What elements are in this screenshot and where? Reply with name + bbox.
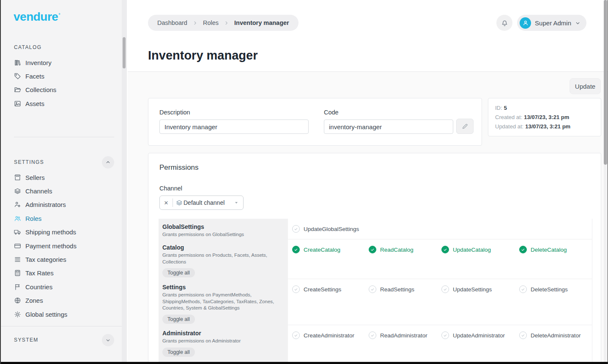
user-menu-button[interactable]: Super Admin	[517, 15, 586, 31]
sidebar-item-roles[interactable]: Roles	[1, 212, 122, 225]
sidebar-item-inventory[interactable]: Inventory	[1, 56, 122, 69]
store-icon	[14, 174, 21, 181]
group-description: Grants permissions on GlobalSettings	[162, 231, 277, 238]
remove-channel-button[interactable]: ✕	[160, 200, 173, 206]
permissions-table: GlobalSettings Grants permissions on Glo…	[159, 219, 592, 364]
sidebar-section-catalog: CATALOG	[14, 44, 41, 50]
permission-updateglobalsettings[interactable]: UpdateGlobalSettings	[292, 225, 369, 233]
check-circle-icon	[441, 331, 449, 339]
sidebar-scrollbar-thumb[interactable]	[123, 37, 126, 68]
sidebar-item-label: Tax categories	[25, 256, 66, 263]
sidebar-item-administrators[interactable]: Administrators	[1, 198, 122, 212]
list-icon	[14, 256, 21, 263]
toggle-all-button[interactable]: Toggle all	[162, 348, 195, 357]
permission-createadministrator[interactable]: CreateAdministrator	[292, 331, 369, 340]
catalog-nav-list: Inventory Facets Collections Assets	[1, 56, 122, 111]
sidebar-item-label: Channels	[25, 187, 52, 195]
group-description: Grants permissions on PaymentMethods, Sh…	[162, 292, 277, 312]
permission-createcatalog[interactable]: CreateCatalog	[292, 245, 369, 254]
sidebar-divider	[1, 326, 127, 326]
calculator-icon	[14, 269, 21, 277]
page-scrollbar-thumb[interactable]	[604, 0, 607, 165]
page-scrollbar[interactable]	[604, 0, 607, 362]
sidebar-item-label: Tax Rates	[25, 269, 54, 277]
sidebar-item-label: Inventory	[25, 59, 52, 66]
toggle-all-button[interactable]: Toggle all	[162, 315, 195, 324]
sidebar-item-collections[interactable]: Collections	[1, 83, 122, 97]
sidebar-item-global-settings[interactable]: Global settings	[1, 307, 122, 321]
permission-updatecatalog[interactable]: UpdateCatalog	[441, 245, 519, 254]
entity-created-at: Created at:13/07/23, 3:21 pm	[495, 113, 594, 122]
description-field-group: Description	[159, 109, 309, 135]
edit-code-button[interactable]	[456, 119, 474, 134]
group-name: Settings	[162, 284, 284, 291]
system-expand-button[interactable]	[102, 334, 114, 346]
permission-deleteadministrator[interactable]: DeleteAdministrator	[519, 331, 592, 340]
permission-readcatalog[interactable]: ReadCatalog	[369, 245, 441, 254]
sidebar-item-tax-categories[interactable]: Tax categories	[1, 253, 122, 266]
sidebar: vendure° CATALOG Inventory Facets Collec…	[1, 0, 127, 362]
sidebar-item-sellers[interactable]: Sellers	[1, 171, 122, 184]
sidebar-item-countries[interactable]: Countries	[1, 280, 122, 293]
code-input[interactable]	[324, 120, 453, 134]
vendure-logo[interactable]: vendure°	[14, 10, 60, 24]
role-details-card: Description Code	[148, 98, 482, 146]
permission-group-settings: Settings Grants permissions on PaymentMe…	[159, 279, 592, 325]
tag-icon	[14, 73, 21, 80]
permission-deletesettings[interactable]: DeleteSettings	[519, 285, 592, 293]
sidebar-item-label: Zones	[25, 297, 43, 304]
channel-value: Default channel	[183, 199, 225, 206]
sidebar-item-channels[interactable]: Channels	[1, 184, 122, 198]
check-circle-icon	[441, 285, 449, 293]
group-name: Administrator	[162, 330, 284, 337]
top-bar: Dashboard Roles Inventory manager Super …	[128, 0, 608, 72]
permission-deletecatalog[interactable]: DeleteCatalog	[519, 245, 592, 254]
check-circle-icon	[369, 285, 376, 293]
page-title: Inventory manager	[148, 49, 257, 62]
permission-readsettings[interactable]: ReadSettings	[369, 285, 441, 293]
update-button[interactable]: Update	[570, 78, 601, 94]
notifications-button[interactable]	[496, 15, 512, 31]
entity-updated-at: Updated at:13/07/23, 3:21 pm	[495, 122, 594, 131]
permission-group-administrator: Administrator Grants permissions on Admi…	[159, 325, 592, 364]
settings-collapse-button[interactable]	[102, 156, 114, 168]
check-circle-icon	[369, 246, 376, 253]
channel-select[interactable]: ✕ Default channel	[159, 196, 244, 210]
permissions-card: Permissions Channel ✕ Default channel Gl…	[148, 153, 601, 364]
sidebar-item-label: Roles	[25, 215, 41, 222]
group-description: Grants permissions on Products, Facets, …	[162, 252, 277, 265]
sidebar-item-label: Sellers	[25, 174, 45, 181]
sidebar-item-label: Shipping methods	[25, 228, 76, 236]
code-label: Code	[324, 109, 474, 116]
image-icon	[14, 100, 21, 107]
user-gear-icon	[14, 201, 21, 208]
topbar-actions: Super Admin	[496, 15, 586, 31]
toggle-all-button[interactable]: Toggle all	[162, 268, 195, 277]
breadcrumb-dashboard[interactable]: Dashboard	[157, 19, 187, 26]
sidebar-item-tax-rates[interactable]: Tax Rates	[1, 266, 122, 280]
breadcrumb-current: Inventory manager	[234, 19, 289, 26]
permission-updatesettings[interactable]: UpdateSettings	[441, 285, 519, 293]
channel-label: Channel	[159, 185, 182, 192]
breadcrumb-roles[interactable]: Roles	[203, 19, 219, 26]
sidebar-scrollbar[interactable]	[122, 0, 127, 362]
code-field-group: Code	[324, 109, 474, 135]
check-circle-icon	[519, 331, 527, 339]
sidebar-item-label: Collections	[25, 86, 56, 93]
description-input[interactable]	[159, 120, 309, 134]
permission-group-catalog: Catalog Grants permissions on Products, …	[159, 239, 592, 279]
sidebar-item-payment-methods[interactable]: Payment methods	[1, 239, 122, 253]
sidebar-item-label: Assets	[25, 100, 44, 107]
permission-createsettings[interactable]: CreateSettings	[292, 285, 369, 293]
caret-down-icon[interactable]	[234, 200, 239, 205]
permission-readadministrator[interactable]: ReadAdministrator	[369, 331, 441, 340]
permissions-heading: Permissions	[159, 163, 199, 172]
sidebar-item-facets[interactable]: Facets	[1, 69, 122, 83]
sidebar-item-shipping-methods[interactable]: Shipping methods	[1, 225, 122, 239]
check-circle-icon	[369, 331, 376, 339]
sidebar-item-zones[interactable]: Zones	[1, 294, 122, 307]
chip-divider	[173, 198, 173, 207]
layers-icon	[176, 199, 183, 206]
permission-updateadministrator[interactable]: UpdateAdministrator	[441, 331, 519, 340]
sidebar-item-assets[interactable]: Assets	[1, 97, 122, 110]
